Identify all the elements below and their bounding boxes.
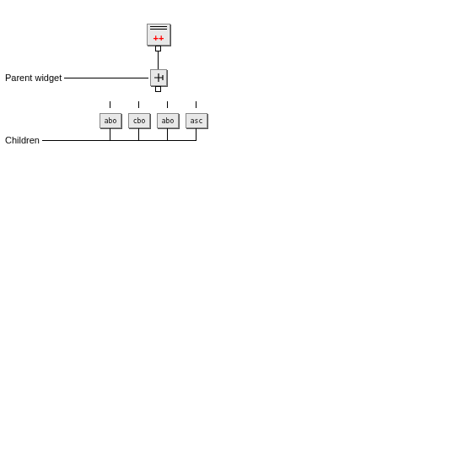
root-widget-node: ++ [147, 24, 170, 46]
child-node-4-label: asc [191, 117, 202, 125]
child4-drop [196, 128, 197, 140]
child4-top-tick [196, 101, 197, 108]
calendar-icon [150, 26, 167, 31]
parent-label-line [64, 78, 148, 78]
parent-bottom-port [155, 86, 161, 92]
child-node-4: asc [186, 113, 207, 128]
child1-top-tick [110, 101, 110, 108]
children-label: Children [5, 135, 40, 145]
child2-top-tick [138, 101, 139, 108]
child-node-3: abo [157, 113, 179, 128]
parent-label: Parent widget [5, 73, 62, 83]
root-bottom-port [155, 46, 161, 51]
children-bus-line [42, 140, 197, 141]
child2-drop [138, 128, 139, 140]
child3-top-tick [167, 101, 168, 108]
parent-widget-node [150, 69, 167, 86]
plus-glyph-2: + [159, 33, 164, 43]
child-node-1: abo [100, 113, 121, 128]
child-node-1-label: abo [105, 117, 116, 125]
container-icon [153, 72, 164, 84]
child-node-3-label: abo [162, 117, 174, 125]
child-node-2-label: cbo [133, 117, 145, 125]
child3-drop [167, 128, 168, 140]
connector-root-parent [158, 51, 159, 69]
child-node-2: cbo [128, 113, 150, 128]
child1-drop [110, 128, 110, 140]
